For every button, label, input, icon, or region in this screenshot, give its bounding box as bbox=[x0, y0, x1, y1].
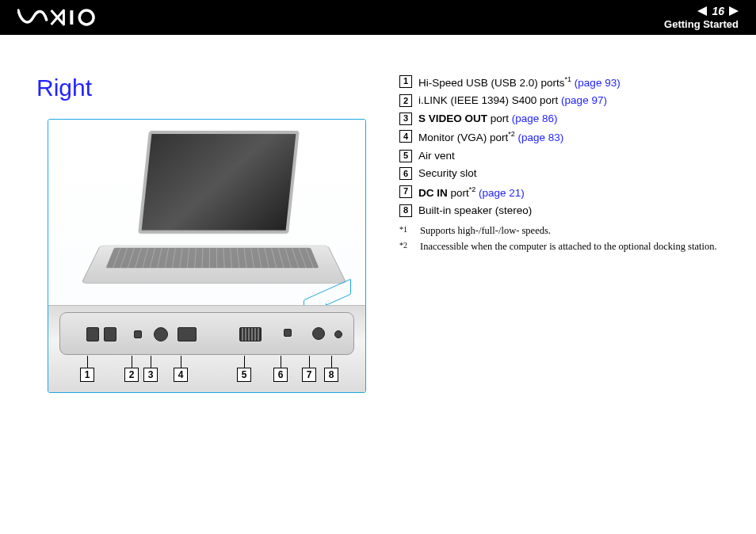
legend-number-box: 5 bbox=[399, 150, 412, 162]
page-nav: 16 bbox=[664, 5, 739, 17]
legend-number-box: 1 bbox=[399, 75, 412, 88]
laptop-render bbox=[48, 120, 365, 305]
page-link[interactable]: (page 86) bbox=[512, 113, 558, 124]
legend-row: 8Built-in speaker (stereo) bbox=[399, 204, 731, 219]
callout-number: 4 bbox=[174, 368, 188, 382]
callout-number: 1 bbox=[80, 368, 94, 382]
footnotes: *1Supports high-/full-/low- speeds.*2Ina… bbox=[399, 225, 731, 253]
footnote-text: Inaccessible when the computer is attach… bbox=[420, 241, 717, 253]
callout-number: 3 bbox=[143, 368, 158, 382]
legend-text: DC IN port*2 (page 21) bbox=[418, 185, 525, 200]
illustration-frame: 12345678 bbox=[48, 119, 366, 393]
legend-text: S VIDEO OUT port (page 86) bbox=[418, 112, 558, 127]
callout-number: 5 bbox=[237, 368, 251, 382]
footnote-mark: *1 bbox=[399, 225, 412, 237]
legend-text: i.LINK (IEEE 1394) S400 port (page 97) bbox=[418, 93, 607, 109]
header-bar: 16 Getting Started bbox=[0, 0, 756, 35]
callout-number: 8 bbox=[324, 368, 338, 382]
legend-text: Air vent bbox=[418, 149, 455, 164]
legend-number-box: 2 bbox=[399, 94, 412, 107]
callout-number: 6 bbox=[273, 368, 288, 382]
legend-number-box: 6 bbox=[399, 167, 412, 180]
legend-row: 3S VIDEO OUT port (page 86) bbox=[399, 112, 731, 127]
legend-text: Hi-Speed USB (USB 2.0) ports*1 (page 93) bbox=[418, 74, 620, 90]
page-link[interactable]: (page 83) bbox=[518, 132, 564, 143]
legend-row: 6Security slot bbox=[399, 166, 731, 181]
page-link[interactable]: (page 93) bbox=[575, 77, 620, 89]
callout-number: 7 bbox=[302, 368, 316, 382]
callout-number: 2 bbox=[124, 368, 139, 382]
svg-point-1 bbox=[79, 10, 94, 25]
legend-row: 5Air vent bbox=[399, 149, 731, 164]
header-right: 16 Getting Started bbox=[664, 5, 739, 30]
page-number: 16 bbox=[712, 5, 724, 17]
legend-number-box: 3 bbox=[399, 113, 412, 125]
svg-rect-0 bbox=[70, 10, 73, 25]
ports-panel: 12345678 bbox=[48, 305, 365, 392]
footnote-row: *2Inaccessible when the computer is atta… bbox=[399, 241, 731, 253]
section-name: Getting Started bbox=[664, 18, 739, 30]
footnote-text: Supports high-/full-/low- speeds. bbox=[420, 225, 551, 237]
legend-row: 2i.LINK (IEEE 1394) S400 port (page 97) bbox=[399, 93, 731, 109]
legend-row: 7DC IN port*2 (page 21) bbox=[399, 185, 731, 200]
next-page-icon[interactable] bbox=[729, 6, 739, 16]
legend-number-box: 8 bbox=[399, 204, 412, 217]
page-title: Right bbox=[36, 74, 377, 101]
prev-page-icon[interactable] bbox=[697, 6, 707, 16]
page-link[interactable]: (page 21) bbox=[479, 186, 525, 198]
legend-number-box: 4 bbox=[399, 130, 412, 143]
page-link[interactable]: (page 97) bbox=[561, 94, 607, 106]
vaio-logo bbox=[17, 9, 100, 26]
legend-row: 4Monitor (VGA) port*2 (page 83) bbox=[399, 129, 731, 145]
legend-row: 1Hi-Speed USB (USB 2.0) ports*1 (page 93… bbox=[399, 74, 731, 90]
legend-text: Security slot bbox=[418, 166, 477, 181]
footnote-mark: *2 bbox=[399, 241, 412, 253]
legend-number-box: 7 bbox=[399, 185, 412, 198]
legend-text: Built-in speaker (stereo) bbox=[418, 204, 532, 219]
footnote-row: *1Supports high-/full-/low- speeds. bbox=[399, 225, 731, 237]
legend-list: 1Hi-Speed USB (USB 2.0) ports*1 (page 93… bbox=[399, 74, 731, 219]
legend-text: Monitor (VGA) port*2 (page 83) bbox=[418, 129, 563, 145]
